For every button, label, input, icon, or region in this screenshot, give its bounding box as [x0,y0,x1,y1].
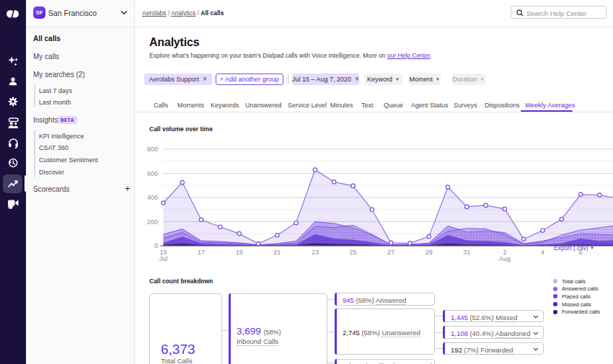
svg-text:29: 29 [425,249,433,256]
svg-text:27: 27 [387,249,394,256]
svg-text:4: 4 [541,249,544,256]
svg-text:23: 23 [312,249,319,256]
svg-text:25: 25 [349,249,356,256]
svg-text:17: 17 [198,249,205,256]
svg-text:31: 31 [463,249,470,256]
svg-text:0: 0 [154,242,158,249]
svg-text:19: 19 [236,249,243,256]
svg-text:600: 600 [147,170,158,177]
svg-text:Jul: Jul [159,255,168,262]
svg-text:2: 2 [503,249,506,256]
svg-text:15: 15 [159,249,167,256]
svg-text:Aug: Aug [499,255,511,262]
svg-text:21: 21 [273,249,281,256]
svg-text:200: 200 [147,218,158,226]
svg-text:400: 400 [147,194,158,201]
svg-text:800: 800 [147,146,158,153]
